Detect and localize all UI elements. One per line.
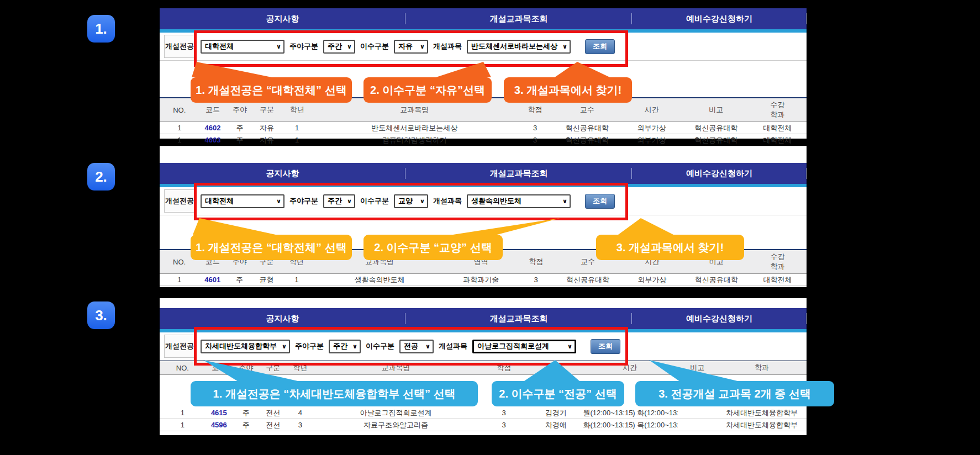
day-select[interactable]: 주간∨ (323, 194, 355, 208)
course-label: 개설과목 (433, 41, 462, 51)
category-select[interactable]: 교양∨ (394, 194, 428, 208)
table-cell: 주 (233, 419, 260, 431)
nav-tab-pre-registration[interactable]: 예비수강신청하기 (632, 308, 807, 329)
table-cell: 생활속의반도체 (313, 274, 446, 286)
select-value: 대학전체 (205, 196, 234, 206)
nav-tab-pre-registration[interactable]: 예비수강신청하기 (632, 163, 807, 184)
column-header: 수강 학과 (749, 98, 807, 122)
table-row: 14602주자유1반도체센서로바라보는세상3혁신공유대학외부가상혁신공유대학대학… (160, 122, 807, 134)
nav-label: 개설교과목조회 (489, 314, 547, 324)
chevron-down-icon: ∨ (276, 43, 281, 50)
course-code-link[interactable]: 4601 (199, 274, 226, 286)
table-cell: 1 (160, 134, 199, 146)
callout-step1: 1. 개설전공은 “차세대반도체융합학부 선택” 선택 (191, 381, 478, 406)
search-button[interactable]: 조회 (585, 39, 615, 54)
callout-step2: 2. 이수구분 “교양” 선택 (363, 235, 503, 260)
chevron-down-icon: ∨ (567, 343, 572, 350)
course-select[interactable]: 생활속의반도체∨ (467, 194, 571, 208)
column-header: 학과 (717, 361, 807, 375)
select-value: 생활속의반도체 (471, 196, 521, 206)
chevron-down-icon: ∨ (562, 43, 567, 50)
day-label: 주야구분 (289, 196, 318, 206)
course-code-link[interactable]: 4602 (199, 122, 226, 134)
search-button[interactable]: 조회 (585, 194, 615, 209)
course-select[interactable]: 아날로그집적회로설계∨ (472, 340, 576, 353)
search-button[interactable]: 조회 (591, 339, 620, 354)
chevron-down-icon: ∨ (352, 343, 357, 350)
callout-tail (453, 218, 560, 235)
table-cell: 1 (160, 274, 199, 286)
table-cell: 3 (517, 274, 556, 286)
course-code-link[interactable]: 4596 (206, 419, 233, 431)
course-code-link[interactable]: 4615 (206, 407, 233, 419)
table-cell: 차세대반도체융합학부 (717, 407, 807, 419)
day-select[interactable]: 주간∨ (329, 340, 361, 353)
nav-tab-notice[interactable]: 공지사항 (160, 308, 405, 329)
major-select[interactable]: 대학전체∨ (201, 194, 284, 208)
category-select[interactable]: 자유∨ (394, 40, 428, 54)
chevron-down-icon: ∨ (282, 343, 287, 350)
course-search-form: 개설전공 대학전체∨ 주야구분 주간∨ 이수구분 교양∨ 개설과목 생활속의반도… (160, 187, 807, 215)
step-badge-1: 1. (87, 15, 115, 43)
category-label: 이수구분 (360, 196, 389, 206)
callout-step1: 1. 개설전공은 “대학전체” 선택 (191, 77, 352, 103)
day-label: 주야구분 (289, 41, 318, 51)
course-search-form: 개설전공 대학전체∨ 주야구분 주간∨ 이수구분 자유∨ 개설과목 반도체센서로… (160, 33, 807, 61)
course-label: 개설과목 (439, 341, 467, 351)
course-result-table: 14615주전선4아날로그집적회로설계3김경기월(12:00~13:15) 화(… (160, 407, 807, 431)
screenshot-panel-step3: 공지사항 개설교과목조회 예비수강신청하기 개설전공 차세대반도체융합학부∨ 주… (160, 298, 807, 435)
nav-label: 예비수강신청하기 (686, 168, 752, 179)
table-cell: 1 (160, 122, 199, 134)
table-cell: 3 (478, 419, 530, 431)
table-cell: 혁신공유대학 (684, 122, 749, 134)
nav-tab-pre-registration[interactable]: 예비수강신청하기 (632, 8, 807, 29)
top-nav: 공지사항 개설교과목조회 예비수강신청하기 (160, 163, 807, 184)
table-cell: 3 (478, 407, 530, 419)
callout-step2: 2. 이수구분 “전공” 선택 (492, 381, 624, 406)
table-cell: 3 (515, 122, 555, 134)
major-select[interactable]: 대학전체∨ (201, 40, 284, 54)
chevron-down-icon: ∨ (276, 198, 281, 205)
select-value: 차세대반도체융합학부 (205, 341, 277, 351)
table-cell: 화(12:00~13:15) 목(12:00~13:15) (582, 419, 677, 431)
table-cell: 혁신공유대학 (555, 134, 619, 146)
table-cell: 외부가상 (619, 122, 684, 134)
column-header: 비고 (684, 98, 749, 122)
table-cell: 1 (160, 419, 206, 431)
table-cell: 1 (281, 122, 314, 134)
nav-tab-course-search[interactable]: 개설교과목조회 (405, 163, 632, 184)
nav-label: 공지사항 (266, 314, 299, 324)
callout-step2: 2. 이수구분 “자유”선택 (363, 77, 492, 103)
callout-tail (192, 62, 272, 77)
course-code-link[interactable]: 4603 (199, 134, 226, 146)
nav-tab-course-search[interactable]: 개설교과목조회 (405, 308, 632, 329)
select-value: 주간 (328, 41, 342, 51)
table-cell: 전선 (260, 419, 287, 431)
nav-tab-notice[interactable]: 공지사항 (160, 8, 405, 29)
major-select[interactable]: 차세대반도체융합학부∨ (201, 340, 290, 353)
table-cell: 주 (226, 134, 254, 146)
callout-tail (555, 62, 610, 77)
nav-tab-notice[interactable]: 공지사항 (160, 163, 405, 184)
table-cell: 컴퓨터처럼생각하기 (314, 134, 515, 146)
category-select[interactable]: 전공∨ (399, 340, 434, 353)
select-value: 주간 (333, 341, 347, 351)
table-cell (678, 419, 718, 431)
table-cell: 월(12:00~13:15) 화(12:00~13:15) (582, 407, 677, 419)
callout-step3: 3. 전공개설 교과목 2개 중 선택 (635, 381, 834, 406)
callout-step3: 3. 개설과목에서 찾기! (504, 77, 632, 103)
column-header: 교과목명 (314, 361, 478, 375)
table-cell: 1 (280, 274, 313, 286)
table-cell: 혁신공유대학 (684, 134, 749, 146)
table-cell: 대학전체 (749, 134, 807, 146)
nav-label: 공지사항 (266, 14, 299, 24)
column-header: 학년 (287, 361, 314, 375)
course-select[interactable]: 반도체센서로바라보는세상∨ (467, 40, 571, 54)
day-select[interactable]: 주간∨ (323, 40, 355, 54)
table-cell: 혁신공유대학 (684, 274, 749, 286)
nav-tab-course-search[interactable]: 개설교과목조회 (405, 8, 632, 29)
nav-label: 개설교과목조회 (489, 14, 547, 24)
table-cell: 자유 (254, 122, 281, 134)
table-cell: 3 (287, 419, 314, 431)
callout-tail (193, 218, 276, 235)
